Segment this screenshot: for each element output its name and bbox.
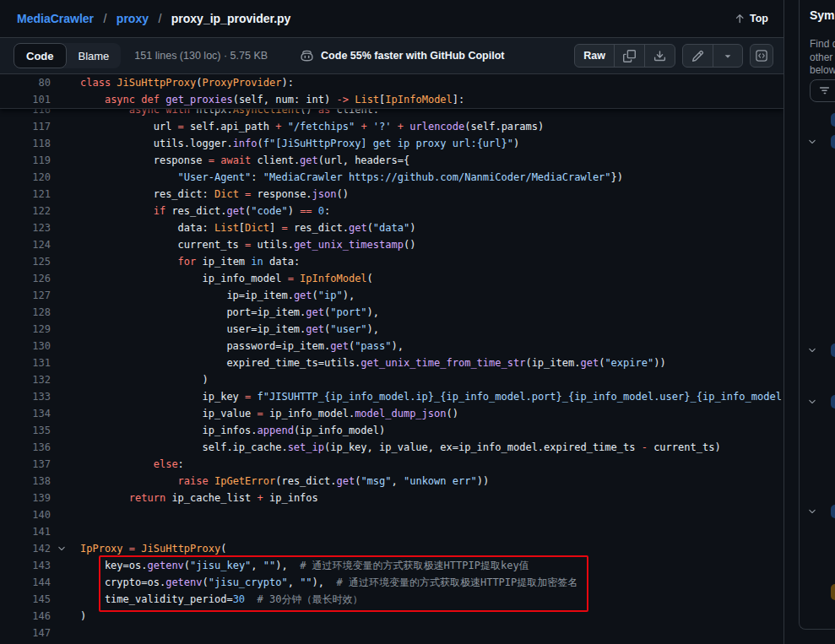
code-text: IpProxy = JiSuHttpProxy( [80, 540, 783, 557]
fold-chevron-icon[interactable] [51, 540, 80, 557]
line-number[interactable]: 142 [0, 540, 51, 557]
line-number[interactable]: 120 [0, 169, 51, 186]
edit-button[interactable] [683, 45, 713, 67]
breadcrumb-folder-link[interactable]: proxy [117, 12, 149, 25]
symbols-toggle-button[interactable] [750, 44, 773, 68]
line-number[interactable]: 127 [0, 287, 51, 304]
code-text: ip_key = f"JISUHTTP_{ip_info_model.ip}_{… [80, 388, 783, 405]
description-line: below [810, 64, 835, 78]
fold-spacer [51, 625, 80, 641]
fold-spacer [51, 169, 80, 186]
chevron-down-icon[interactable] [807, 395, 817, 410]
fold-spacer [51, 118, 80, 135]
edit-dropdown-button[interactable] [713, 45, 742, 67]
fold-spacer [51, 203, 80, 219]
code-line: 117 url = self.api_path + "/fetchips" + … [0, 118, 783, 135]
tab-blame[interactable]: Blame [67, 43, 122, 68]
line-number[interactable]: 131 [0, 354, 51, 371]
code-line: 80class JiSuHttpProxy(ProxyProvider): [0, 74, 783, 91]
sticky-scope-header: 80class JiSuHttpProxy(ProxyProvider):101… [0, 74, 783, 109]
line-number[interactable]: 147 [0, 625, 51, 641]
copy-button[interactable] [614, 45, 644, 67]
line-number[interactable]: 101 [0, 91, 51, 108]
line-number[interactable]: 117 [0, 118, 51, 135]
line-number[interactable]: 121 [0, 186, 51, 203]
pencil-icon [691, 50, 704, 62]
code-line: 133 ip_key = f"JISUHTTP_{ip_info_model.i… [0, 388, 783, 405]
line-number[interactable]: 137 [0, 456, 51, 473]
code-line: 130 password=ip_item.get("pass"), [0, 338, 783, 354]
code-text: class JiSuHttpProxy(ProxyProvider): [80, 74, 783, 91]
line-number[interactable]: 144 [0, 574, 51, 591]
chevron-down-icon[interactable] [807, 505, 817, 520]
edit-actions-group [682, 44, 743, 68]
description-line: other symbols in this file by clicking a… [810, 51, 835, 65]
line-number[interactable]: 119 [0, 152, 51, 169]
symbol-chip[interactable] [831, 113, 835, 127]
line-number[interactable]: 128 [0, 304, 51, 321]
chevron-down-icon[interactable] [807, 344, 817, 359]
code-line: 141 [0, 523, 783, 540]
code-text: port=ip_item.get("port"), [80, 304, 783, 321]
symbol-chip[interactable] [831, 584, 835, 600]
code-line: 134 ip_value = ip_info_model.model_dump_… [0, 405, 783, 422]
line-number[interactable]: 132 [0, 371, 51, 388]
symbol-chip[interactable] [831, 344, 835, 357]
raw-button[interactable]: Raw [575, 45, 614, 67]
code-text: utils.logger.info(f"[JiSuHttpProxy] get … [80, 135, 783, 152]
code-line: 126 ip_info_model = IpInfoModel( [0, 270, 783, 287]
line-number[interactable]: 118 [0, 135, 51, 152]
code-line: 119 response = await client.get(url, hea… [0, 152, 783, 169]
code-line: 128 port=ip_item.get("port"), [0, 304, 783, 321]
line-number[interactable]: 126 [0, 270, 51, 287]
fold-spacer [51, 253, 80, 270]
line-number[interactable]: 80 [0, 74, 51, 91]
symbol-chip[interactable] [831, 135, 835, 149]
line-number[interactable]: 136 [0, 439, 51, 456]
line-number[interactable]: 146 [0, 608, 51, 625]
code-line: 120 "User-Agent": "MediaCrawler https://… [0, 169, 783, 186]
line-number[interactable]: 139 [0, 490, 51, 506]
line-number[interactable]: 143 [0, 557, 51, 574]
code-line: 129 user=ip_item.get("user"), [0, 321, 783, 338]
fold-spacer [51, 490, 80, 506]
code-line: 121 res_dict: Dict = response.json() [0, 186, 783, 203]
line-number[interactable]: 124 [0, 236, 51, 253]
code-line: 142IpProxy = JiSuHttpProxy( [0, 540, 783, 557]
fold-spacer [51, 219, 80, 236]
download-button[interactable] [644, 45, 675, 67]
line-number[interactable]: 125 [0, 253, 51, 270]
copilot-banner[interactable]: Code 55% faster with GitHub Copilot [300, 49, 504, 63]
code-text: else: [80, 456, 783, 473]
line-number[interactable]: 135 [0, 422, 51, 439]
code-line: 140 [0, 506, 783, 523]
line-number[interactable]: 141 [0, 523, 51, 540]
line-number[interactable]: 122 [0, 203, 51, 219]
line-number[interactable]: 123 [0, 219, 51, 236]
code-text: async def get_proxies(self, num: int) ->… [80, 91, 783, 108]
breadcrumb-repo-link[interactable]: MediaCrawler [17, 12, 94, 25]
code-line: 125 for ip_item in data: [0, 253, 783, 270]
back-to-top-link[interactable]: Top [734, 13, 768, 24]
fold-spacer [51, 506, 80, 523]
fold-spacer [51, 388, 80, 405]
code-text: for ip_item in data: [80, 253, 783, 270]
fold-spacer [51, 91, 80, 108]
code-text [80, 506, 783, 523]
code-text: self.ip_cache.set_ip(ip_key, ip_value, e… [80, 439, 783, 456]
line-number[interactable]: 138 [0, 473, 51, 490]
fold-spacer [51, 338, 80, 354]
line-number[interactable]: 145 [0, 591, 51, 608]
symbols-filter-input[interactable] [810, 79, 835, 102]
symbol-chip[interactable] [831, 395, 835, 409]
tab-code[interactable]: Code [14, 43, 67, 68]
line-number[interactable]: 134 [0, 405, 51, 422]
line-number[interactable]: 133 [0, 388, 51, 405]
code-text: current_ts = utils.get_unix_timestamp() [80, 236, 783, 253]
line-number[interactable]: 129 [0, 321, 51, 338]
line-number[interactable]: 130 [0, 338, 51, 354]
chevron-down-icon[interactable] [807, 135, 817, 150]
symbol-chip[interactable] [831, 505, 835, 518]
code-text: return ip_cache_list + ip_infos [80, 490, 783, 506]
line-number[interactable]: 140 [0, 506, 51, 523]
